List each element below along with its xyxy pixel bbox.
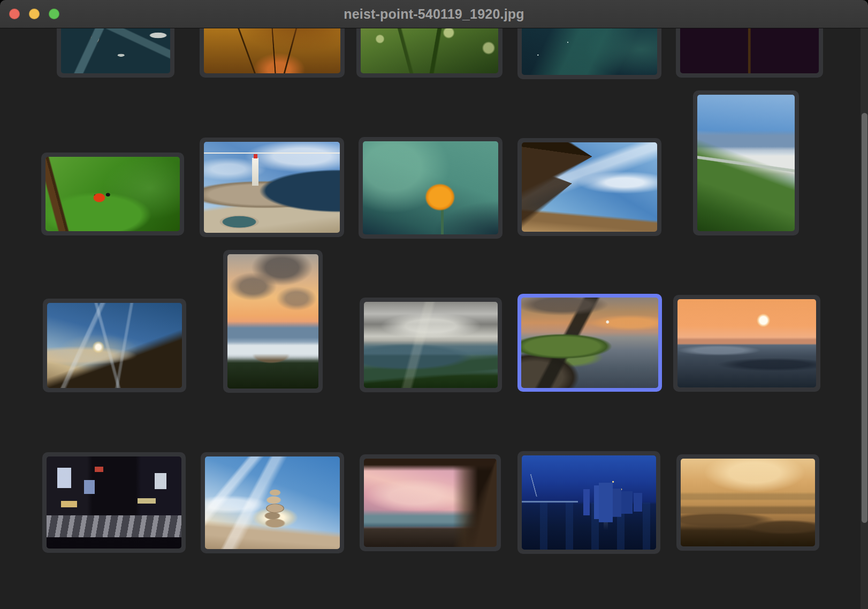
thumbnail-ladybug-on-leaf[interactable] [41, 153, 184, 235]
photo-lighthouse-rocky-coast [204, 142, 340, 233]
zoom-button[interactable] [49, 9, 59, 19]
thumbnail-shibuya-crossing-night[interactable] [42, 452, 186, 553]
photo-city-skyline-night-reflection [522, 455, 656, 550]
thumbnail-sea-cave-pink-clouds[interactable] [360, 454, 501, 551]
photo-sunset-above-cloud-sea [47, 303, 182, 388]
photo-stone-cairn-sunset [205, 456, 340, 549]
thumbnail-lighthouse-rocky-coast[interactable] [200, 138, 344, 237]
app-window: neist-point-540119_1920.jpg [0, 0, 868, 609]
traffic-lights [9, 9, 59, 19]
scrollbar-track[interactable] [861, 28, 868, 609]
photo-stormy-mountain-valley [364, 302, 498, 388]
thumbnail-sunset-above-cloud-sea[interactable] [43, 299, 186, 392]
photo-sunset-clouds-valley-portrait [227, 254, 318, 389]
photo-green-ridge-above-clouds [697, 95, 795, 231]
minimize-button[interactable] [29, 9, 40, 19]
photo-desert-rock-peak [522, 142, 657, 232]
close-button[interactable] [9, 9, 20, 19]
photo-ocean-wave-sunset [677, 299, 816, 387]
thumbnail-misty-golden-hills[interactable] [676, 454, 819, 551]
title-bar: neist-point-540119_1920.jpg [0, 0, 868, 28]
thumbnail-stormy-mountain-valley[interactable] [360, 298, 502, 392]
thumbnail-stone-cairn-sunset[interactable] [201, 452, 344, 553]
window-title: neist-point-540119_1920.jpg [0, 0, 868, 28]
photo-sea-cave-pink-clouds [364, 459, 497, 547]
thumbnail-orange-flower-teal-macro[interactable] [359, 137, 502, 239]
thumbnail-desert-rock-peak[interactable] [517, 138, 661, 236]
photo-ladybug-on-leaf [45, 157, 180, 231]
photo-misty-golden-hills [681, 459, 815, 546]
thumbnail-green-ridge-above-clouds[interactable] [693, 90, 799, 235]
photo-shibuya-crossing-night [47, 456, 181, 549]
thumbnail-sunset-clouds-valley-portrait[interactable] [223, 250, 323, 393]
thumbnail-neist-point-headland selected[interactable] [517, 294, 662, 392]
photo-orange-flower-teal-macro [363, 141, 498, 234]
scrollbar-thumb[interactable] [862, 113, 867, 523]
thumbnail-city-skyline-night-reflection[interactable] [517, 451, 660, 554]
photo-neist-point-headland [521, 298, 658, 388]
thumbnail-ocean-wave-sunset[interactable] [673, 295, 820, 392]
